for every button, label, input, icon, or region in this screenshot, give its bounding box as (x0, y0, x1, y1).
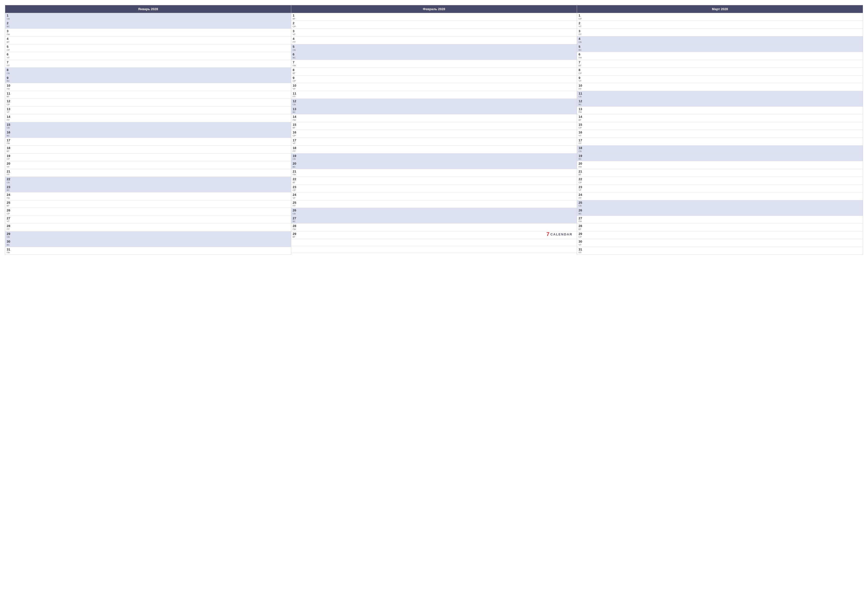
day-name: ПТ (578, 88, 584, 90)
day-name: ВТ (293, 127, 298, 129)
day-info: 7ПН (293, 61, 298, 67)
day-name: ПТ (578, 142, 584, 145)
day-number: 6 (293, 53, 298, 56)
day-row: 3ПТ (577, 29, 863, 36)
day-info: 22СР (578, 177, 584, 184)
day-row: 14ВТ (577, 114, 863, 122)
day-number: 1 (293, 14, 298, 17)
day-row: 23ЧТ (577, 185, 863, 192)
day-number: 18 (293, 146, 298, 150)
day-row: 6ВС (291, 52, 577, 60)
day-info: 21ПН (293, 169, 298, 176)
day-name: ВТ (578, 65, 584, 67)
day-row: 24ЧТ (291, 192, 577, 200)
day-row: 17ЧТ (291, 138, 577, 146)
day-name: ЧТ (293, 88, 298, 90)
day-name: ПН (293, 119, 298, 121)
day-name: ПТ (7, 228, 12, 231)
day-row: 23СР (291, 185, 577, 192)
day-info: 25ПТ (293, 201, 298, 207)
day-number: 26 (293, 208, 298, 213)
day-number: 11 (7, 92, 12, 96)
day-info: 8ВТ (293, 68, 298, 75)
day-number: 2 (7, 21, 12, 25)
day-info: 10ПТ (578, 84, 584, 90)
day-number: 5 (578, 45, 584, 49)
day-info: 20ЧТ (7, 162, 12, 168)
day-info: 27ЧТ (7, 216, 12, 223)
day-number: 29 (7, 232, 12, 236)
day-row: 29СР (577, 232, 863, 239)
day-name: ВС (7, 25, 12, 28)
day-info: 26ВС (578, 208, 584, 215)
day-number: 29 (578, 232, 584, 236)
day-name: СР (578, 236, 584, 238)
month-header-jan2028: Январь 2028 (5, 5, 291, 13)
day-number: 20 (578, 162, 584, 166)
day-info: 1СБ (7, 14, 12, 20)
day-number: 16 (578, 131, 584, 134)
day-name: ВС (578, 49, 584, 51)
day-info: 11ВТ (7, 92, 12, 98)
day-name: ВС (7, 244, 12, 246)
day-info: 29СР (578, 232, 584, 238)
day-row: 10ЧТ (291, 83, 577, 91)
day-row: 15СР (577, 122, 863, 130)
day-name: ПТ (578, 252, 584, 254)
day-name: СБ (578, 96, 584, 98)
day-row: 4ВТ (5, 36, 291, 44)
day-number: 17 (7, 138, 12, 142)
day-name: СР (578, 18, 584, 20)
day-info: 28ПН (293, 224, 298, 230)
day-info: 19СР (7, 154, 12, 160)
day-row: 2СР (291, 21, 577, 28)
day-info: 8СР (578, 68, 584, 75)
day-number: 24 (293, 193, 298, 197)
day-row: 5СБ (291, 44, 577, 52)
day-row: 14ПН (291, 114, 577, 122)
day-info: 2ЧТ (578, 21, 584, 28)
day-number: 9 (7, 76, 12, 80)
day-info: 15СР (578, 123, 584, 129)
day-info: 21ВТ (578, 169, 584, 176)
day-row: 19ВС (577, 154, 863, 161)
day-info: 24ЧТ (293, 193, 298, 199)
day-info: 29ВТ (293, 232, 298, 238)
day-number: 8 (578, 68, 584, 72)
day-name: ПН (578, 57, 584, 59)
day-info: 18ПТ (293, 146, 298, 152)
day-number: 7 (578, 61, 584, 64)
day-name: ЧТ (578, 80, 584, 82)
day-name: СБ (578, 205, 584, 207)
month-header-mar2028: Март 2028 (577, 5, 863, 13)
day-number: 26 (7, 208, 12, 213)
day-name: ЧТ (7, 57, 12, 59)
day-name: ВТ (578, 174, 584, 176)
day-number: 27 (293, 216, 298, 220)
day-info: 7ПТ (7, 61, 12, 67)
day-name: ЧТ (293, 142, 298, 145)
day-name: ЧТ (578, 135, 584, 137)
day-number: 27 (7, 216, 12, 220)
brand-icon: 7 (546, 231, 549, 238)
day-name: ПН (293, 228, 298, 231)
day-number: 25 (578, 201, 584, 205)
day-number: 25 (7, 201, 12, 205)
day-name: ЧТ (7, 220, 12, 223)
day-name: ПН (578, 166, 584, 168)
day-name: ПН (293, 65, 298, 67)
day-number: 11 (578, 92, 584, 96)
day-row: 3ЧТ (291, 29, 577, 36)
day-info: 3ПН (7, 29, 12, 36)
day-info: 19ВС (578, 154, 584, 160)
day-row: 25СБ (577, 200, 863, 208)
day-number: 14 (293, 115, 298, 119)
day-name: СБ (293, 213, 298, 215)
day-number: 23 (578, 185, 584, 189)
day-info: 19СБ (293, 154, 298, 160)
day-row: 4СБ (577, 36, 863, 44)
day-row: 15ВТ (291, 122, 577, 130)
day-number: 1 (7, 14, 12, 17)
day-row: 26ВС (577, 208, 863, 216)
day-info: 27ВС (293, 216, 298, 223)
